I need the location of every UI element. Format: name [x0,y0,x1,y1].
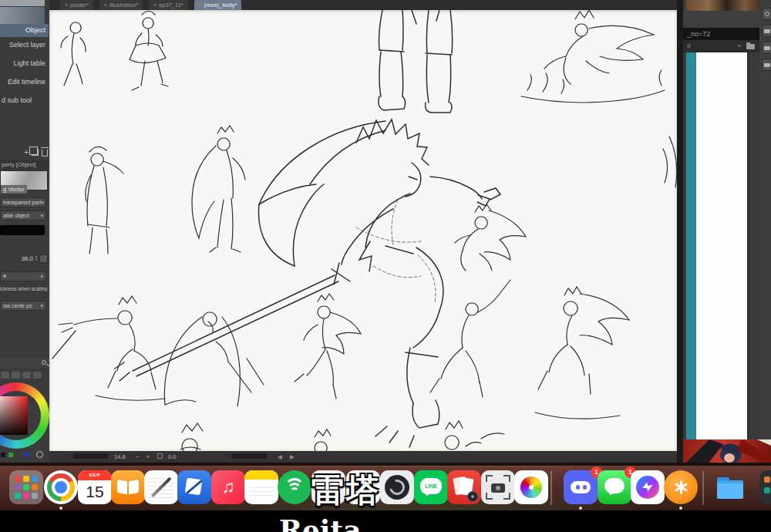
color-chip[interactable] [16,453,21,457]
add-icon[interactable]: + [24,149,29,157]
canvas-statusbar: 14.6 − + 0.0 ◀ ▶ [49,451,677,463]
reference-thumbnail[interactable] [686,0,759,11]
downloads-folder-icon[interactable] [713,470,747,504]
photos-icon[interactable] [514,470,548,504]
messages-icon[interactable]: 1 [598,470,631,504]
option-button[interactable] [39,254,48,263]
discord-icon[interactable]: 1 [564,470,598,504]
zoom-in-button[interactable]: + [146,453,150,460]
export-icon [764,46,770,50]
calendar-icon[interactable]: SEP 15 [78,470,112,504]
tab-close-icon[interactable]: × [153,2,157,8]
tab-close-icon[interactable]: × [65,2,68,8]
spotify-icon[interactable] [278,470,311,504]
sketch-croucher-topright [521,10,677,103]
color-panel-header [0,358,49,368]
tab-illustration[interactable]: ×Illustration* [99,0,143,10]
tab-poster[interactable]: ×poster* [60,0,93,10]
rotate-left-button[interactable]: ◀ [278,453,282,460]
launchpad-icon[interactable] [9,470,43,504]
sketch-crouch-right [535,287,629,419]
step-down-icon[interactable]: ▼ [35,258,38,261]
duplicate-icon[interactable] [32,149,39,156]
main-color-swatch[interactable] [0,225,45,235]
chrome-icon[interactable] [44,470,78,504]
history-button[interactable] [762,8,771,20]
document-area: ×poster* ×Illustration* ×ep37_11* ×(mos)… [49,0,677,463]
tab-mos-body[interactable]: ×(mos)_body* [194,0,242,10]
folder-icon[interactable] [746,44,755,49]
books-icon[interactable] [111,470,145,504]
tab-close-icon[interactable]: × [104,2,107,8]
color-tab[interactable] [22,372,31,379]
color-chip[interactable] [24,453,29,457]
screenshot-icon[interactable] [481,470,515,504]
tab-ep37[interactable]: ×ep37_11* [149,0,188,10]
reference-page[interactable] [696,52,747,439]
zoom-out-button[interactable]: − [136,453,139,460]
trash-icon[interactable] [42,150,48,157]
photo-viewer-icon[interactable] [447,470,481,504]
subtool-item-light-table[interactable]: Light table [0,57,49,70]
color-picker-icon[interactable] [36,451,43,458]
export-button[interactable] [762,42,771,54]
chrome-core [55,481,67,493]
line-icon[interactable]: LINE [414,470,448,504]
open-folder-button[interactable] [762,25,771,37]
notes-lines [249,484,274,498]
bracket-corner [486,475,493,482]
stepper[interactable]: ▲ ▼ [35,255,38,261]
color-tab[interactable] [33,372,42,379]
chevron-expand[interactable]: » [738,40,741,52]
grid-button[interactable] [762,59,771,71]
dropdown-label: ow cente po [3,301,32,310]
spiral-app-icon-3[interactable] [380,470,414,504]
chevron-down-icon: ▾ [40,272,43,281]
camera-icon [491,483,505,493]
dropdown-label: transparent part [3,198,41,207]
illustration-art [683,439,771,466]
notes-top-band [244,470,278,480]
subtool-item-select-layer[interactable]: Select layer [0,39,49,52]
color-chip[interactable] [8,453,13,457]
color-chip[interactable] [1,453,5,457]
subtool-item-edit-timeline[interactable]: Edit timeline [0,76,49,89]
setting-dropdown[interactable]: ▾ [0,271,46,281]
subtool-item-add-sub-tool[interactable]: d sub tool [0,94,49,107]
sketch-runner [295,294,361,399]
grid-icon [764,63,770,67]
textedit-icon[interactable] [144,470,178,504]
canvas[interactable] [49,10,677,451]
color-tab[interactable] [12,372,20,379]
color-tab[interactable] [1,372,9,379]
transparent-part-dropdown[interactable]: transparent part ▾ [0,197,46,207]
rotate-right-button[interactable]: ▶ [290,453,295,460]
notes-icon[interactable] [244,470,278,504]
rotate-slider[interactable] [231,453,267,459]
magnifier-icon[interactable] [42,360,46,365]
brush-size-value[interactable]: 36.0 [21,255,33,262]
partial-app-icon[interactable] [759,470,771,504]
paint-app-icon[interactable] [177,470,211,504]
illustration-preview[interactable] [683,439,771,466]
subtitle-line1: 雷塔 [311,469,381,512]
right-toolbar-strip [759,0,771,439]
saturation-value-square[interactable] [0,396,28,435]
object-scope-dropdown[interactable]: able object ▾ [0,210,46,221]
sketch-duo [430,204,526,397]
subtool-item-object[interactable]: Object [0,24,49,37]
document-tabbar: ×poster* ×Illustration* ×ep37_11* ×(mos)… [49,0,677,10]
center-point-dropdown[interactable]: ow cente po ▾ [0,301,46,311]
tab-close-icon[interactable]: × [199,2,202,8]
tab-label: Illustration* [109,0,138,10]
subtool-item-partial[interactable] [0,7,45,24]
reference-window: _no=72 9 » [683,0,759,439]
calendar-day: 15 [78,480,112,503]
music-icon[interactable]: ♫ [211,470,245,504]
fit-view-button[interactable] [157,453,163,459]
zoom-slider[interactable] [73,453,108,459]
reference-header-band [683,11,759,28]
folder-icon [764,29,770,33]
messenger-icon[interactable] [631,470,665,504]
flower-app-icon[interactable] [664,470,698,504]
